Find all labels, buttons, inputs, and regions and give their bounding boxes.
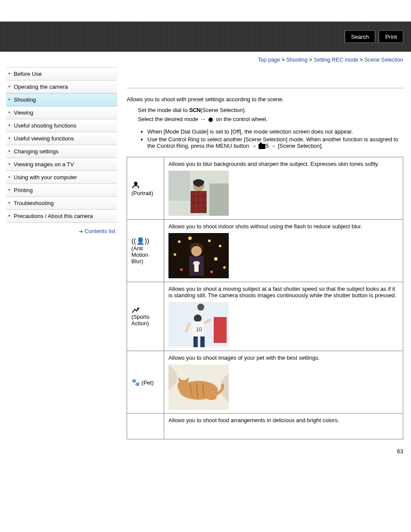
svg-rect-33 [193, 336, 198, 347]
svg-point-20 [180, 268, 183, 271]
svg-point-18 [214, 257, 218, 261]
sports-action-sample-image: 10 [168, 302, 229, 347]
anti-motion-blur-sample-image [168, 233, 229, 278]
step-2: Select the desired mode → on the control… [138, 116, 403, 122]
svg-text:10: 10 [196, 327, 202, 333]
breadcrumb-current: Scene Selection [364, 57, 403, 63]
pet-sample-image [168, 364, 229, 410]
step1-pre: Set the mode dial to [138, 107, 189, 113]
arrow-right-icon: → [200, 116, 206, 122]
breadcrumb-sep: > [308, 57, 314, 63]
breadcrumb-link-top[interactable]: Top page [258, 57, 280, 63]
svg-point-17 [174, 253, 176, 256]
sidebar: Before Use Operating the camera Shooting… [0, 67, 117, 234]
contents-list-wrapper: ➔Contents list [6, 223, 117, 234]
portrait-mode-icon [131, 180, 140, 189]
svg-point-22 [191, 246, 202, 256]
breadcrumb: Top page > Shooting > Setting REC mode >… [0, 52, 411, 67]
scene-desc-cell: Allows you to shoot food arrangements in… [164, 414, 403, 439]
sidebar-item-viewing-tv[interactable]: Viewing images on a TV [6, 158, 117, 171]
svg-point-38 [177, 380, 190, 392]
portrait-sample-image [168, 171, 229, 216]
search-button[interactable]: Search [345, 31, 375, 43]
scene-desc: Allows you to blur backgrounds and sharp… [168, 161, 379, 167]
scene-icon-cell: (Sports Action) [127, 282, 164, 351]
scene-desc: Allows you to shoot images of your pet w… [168, 355, 320, 361]
sidebar-item-shooting[interactable]: Shooting [6, 93, 117, 106]
breadcrumb-sep: > [280, 57, 286, 63]
note-item: When [Mode Dial Guide] is set to [Off], … [147, 128, 403, 135]
sidebar-item-changing-settings[interactable]: Changing settings [6, 145, 117, 158]
breadcrumb-link-rec[interactable]: Setting REC mode [314, 57, 358, 63]
notes-list: When [Mode Dial Guide] is set to [Off], … [127, 128, 403, 149]
svg-point-16 [219, 245, 221, 247]
scene-icon-cell: (Portrait) [127, 157, 164, 220]
step-1: Set the mode dial to SCN(Scene Selection… [138, 107, 403, 113]
step2-post: on the control wheel. [216, 116, 268, 122]
scene-desc-cell: Allows you to blur backgrounds and sharp… [164, 157, 403, 220]
svg-rect-2 [168, 171, 190, 201]
note2-post: [Scene Selection]. [276, 143, 323, 149]
svg-point-0 [134, 182, 137, 185]
scene-desc-cell: Allows you to shoot images of your pet w… [164, 351, 403, 414]
nav-list: Before Use Operating the camera Shooting… [6, 67, 117, 223]
svg-point-19 [223, 266, 226, 269]
step2-pre: Select the desired mode [138, 116, 200, 122]
center-button-icon [209, 118, 213, 122]
table-row: (Portrait) Allows you to blur background… [127, 157, 403, 220]
scene-icon-cell [127, 414, 164, 439]
scene-name: (Portrait) [131, 190, 153, 196]
svg-rect-28 [214, 317, 227, 343]
table-row: (Sports Action) Allows you to shoot a mo… [127, 282, 403, 351]
arrow-right-icon: ➔ [79, 229, 83, 234]
sports-action-icon [131, 307, 140, 314]
svg-point-14 [188, 236, 192, 240]
svg-point-30 [194, 314, 202, 322]
arrow-right-icon: → [270, 143, 276, 149]
main-content: Allows you to shoot with preset settings… [117, 67, 411, 439]
step-block: Set the mode dial to SCN(Scene Selection… [127, 105, 403, 127]
sidebar-item-viewing[interactable]: Viewing [6, 106, 117, 119]
scene-desc: Allows you to shoot a moving subject at … [168, 286, 396, 299]
note-item: Use the Control Ring to select another [… [147, 136, 403, 149]
header-band: Search Print [0, 22, 411, 52]
svg-point-21 [210, 271, 213, 273]
step1-post: (Scene Selection). [200, 107, 246, 113]
sidebar-item-useful-viewing[interactable]: Useful viewing functions [6, 132, 117, 145]
svg-rect-34 [200, 336, 205, 347]
anti-motion-blur-icon: ((👤)) [131, 237, 149, 245]
scene-name: (Sports Action) [131, 314, 149, 327]
sidebar-item-troubleshooting[interactable]: Troubleshooting [6, 197, 117, 210]
scene-icon-cell: ((👤)) (Anti Motion Blur) [127, 220, 164, 282]
scene-desc-cell: Allows you to shoot indoor shots without… [164, 220, 403, 282]
svg-point-25 [193, 261, 200, 265]
table-row: 🐾 (Pet) Allows you to shoot images of yo… [127, 351, 403, 414]
table-row: Allows you to shoot food arrangements in… [127, 414, 403, 439]
sidebar-item-useful-shooting[interactable]: Useful shooting functions [6, 119, 117, 132]
camera-menu-suffix: 5 [266, 143, 269, 149]
scene-desc: Allows you to shoot indoor shots without… [168, 223, 362, 230]
scene-table: (Portrait) Allows you to blur background… [127, 157, 403, 439]
scene-name: (Pet) [140, 380, 154, 386]
svg-point-26 [137, 308, 139, 310]
scene-icon-cell: 🐾 (Pet) [127, 351, 164, 414]
breadcrumb-link-shooting[interactable]: Shooting [286, 57, 307, 63]
sidebar-item-before-use[interactable]: Before Use [6, 68, 117, 81]
sidebar-item-computer[interactable]: Using with your computer [6, 171, 117, 184]
scn-mode-icon: SCN [189, 107, 200, 113]
sidebar-item-precautions[interactable]: Precautions / About this camera [6, 210, 117, 223]
sidebar-item-operating[interactable]: Operating the camera [6, 81, 117, 93]
pet-mode-icon: 🐾 [131, 379, 140, 386]
header-buttons: Search Print [345, 31, 403, 43]
arrow-right-icon: → [251, 143, 257, 149]
divider [127, 88, 403, 88]
svg-point-29 [197, 304, 204, 311]
breadcrumb-sep: > [358, 57, 364, 63]
scene-desc: Allows you to shoot food arrangements in… [168, 417, 339, 423]
intro-text: Allows you to shoot with preset settings… [127, 96, 403, 103]
sidebar-item-printing[interactable]: Printing [6, 184, 117, 197]
camera-menu-icon [258, 144, 265, 149]
contents-list-link[interactable]: Contents list [84, 228, 115, 234]
table-row: ((👤)) (Anti Motion Blur) Allows you to s… [127, 220, 403, 282]
print-button[interactable]: Print [379, 31, 403, 43]
